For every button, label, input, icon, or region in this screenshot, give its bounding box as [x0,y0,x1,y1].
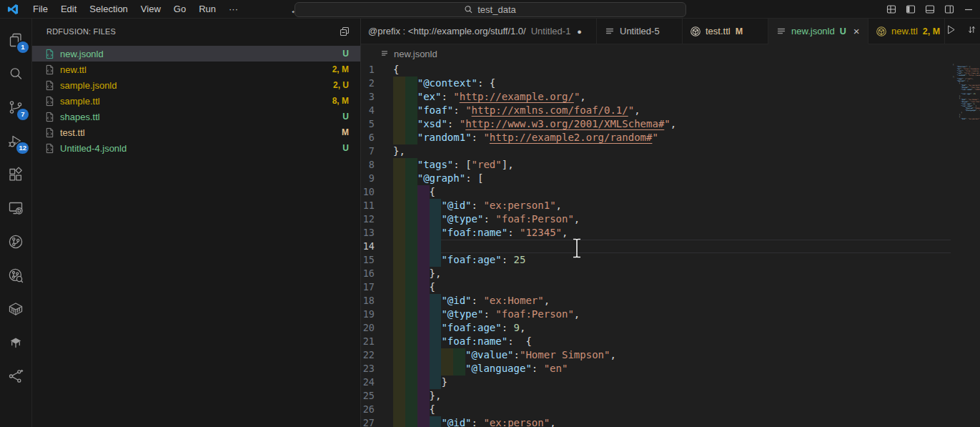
indent-guide [405,77,417,90]
code-line-12[interactable]: 12"@type": "foaf:Person", [361,212,951,226]
indent-guide [417,212,430,226]
command-center-search[interactable]: test_data [295,2,686,17]
code-token: "12345" [520,227,562,238]
code-line-17[interactable]: 17{ [361,280,951,294]
indent-guide [453,362,465,376]
code-line-2[interactable]: 2"@context": { [361,77,951,90]
compare-changes-icon[interactable] [966,24,978,39]
code-token: "@type" [441,213,483,225]
indent-guide [405,335,417,348]
activity-git-inspect-icon[interactable] [0,258,31,292]
code-line-13[interactable]: 13"foaf:name": "12345", [361,226,951,240]
line-number: 11 [361,199,393,212]
code-token: : [453,104,465,116]
file-row-test.ttl[interactable]: test.ttlM [32,124,360,140]
close-tab-icon[interactable]: × [853,25,860,37]
minimize-icon[interactable] [963,4,974,15]
code-line-4[interactable]: 4"foaf": "http://xmlns.com/foaf/0.1/", [361,104,951,117]
code-line-10[interactable]: 10{ [361,185,951,199]
code-token: "red" [472,159,502,170]
code-line-7[interactable]: 7}, [361,144,951,158]
activity-remote-explorer-icon[interactable] [0,191,31,225]
code-line-8[interactable]: 8"tags": ["red"], [361,158,951,172]
layout-grid-icon[interactable] [886,4,897,15]
file-row-shapes.ttl[interactable]: shapes.ttlU [32,109,360,124]
code-line-21[interactable]: 21"foaf:name": { [361,335,951,348]
code-token: , [562,227,568,238]
indent-guide [393,403,405,416]
code-line-5[interactable]: 5"xsd": "http://www.w3.org/2001/XMLSchem… [361,117,951,131]
code-token: "@id" [441,295,471,306]
toggle-sidebar-right-icon[interactable] [944,4,955,15]
tab-untitled-5[interactable]: Untitled-5 [597,19,683,44]
activity-search-icon[interactable] [0,57,31,90]
menu-go[interactable]: Go [167,0,192,19]
code-line-9[interactable]: 9"@graph": [ [361,172,951,185]
activity-run-debug-icon[interactable]: 12 [0,124,31,157]
line-number: 17 [361,280,393,294]
code-line-1[interactable]: 1{ [361,63,951,77]
tab-new.jsonld[interactable]: new.jsonldU× [768,19,868,44]
menu-file[interactable]: File [26,0,54,19]
menu-selection[interactable]: Selection [83,0,134,19]
menu-edit[interactable]: Edit [54,0,83,19]
code-line-6[interactable]: 6"random1": "http://example2.org/random#… [361,131,951,144]
tab-new.ttl[interactable]: new.ttl2, M [868,19,945,44]
activity-database-icon[interactable] [0,325,31,359]
code-line-24[interactable]: 24} [361,376,951,389]
indent-guide [430,362,442,376]
code-editor[interactable]: 1{2"@context": {3"ex": "http://example.o… [361,63,951,427]
code-token: "foaf:name" [441,335,508,347]
code-line-22[interactable]: 22"@value":"Homer Simpson", [361,348,951,362]
file-row-Untitled-4.jsonld[interactable]: Untitled-4.jsonldU [32,140,360,156]
code-line-19[interactable]: 19"@type": "foaf:Person", [361,308,951,321]
file-code-icon [44,80,55,91]
line-number: 5 [361,117,393,131]
code-line-27[interactable]: 27"@id": "ex:person", [361,416,951,427]
code-line-26[interactable]: 26{ [361,403,951,416]
code-line-23[interactable]: 23"@language": "en" [361,362,951,376]
code-line-20[interactable]: 20"foaf:age": 9, [361,321,951,335]
indent-guide [405,267,417,280]
tab-untitled-1[interactable]: @prefix : <http://example.org/stuff/1.0/… [361,19,597,44]
code-line-3[interactable]: 3"ex": "http://example.org/", [361,90,951,104]
code-line-11[interactable]: 11"@id": "ex:person1", [361,199,951,212]
file-row-sample.jsonld[interactable]: sample.jsonld2, U [32,77,360,93]
tab-status-badge: U [840,26,846,36]
code-line-25[interactable]: 25}, [361,389,951,403]
file-row-sample.ttl[interactable]: sample.ttl8, M [32,93,360,109]
run-icon[interactable] [945,24,957,39]
activity-rdf-share-icon[interactable] [0,359,31,393]
toggle-sidebar-left-icon[interactable] [905,4,916,15]
breadcrumb[interactable]: new.jsonld [361,44,980,63]
indent-guide [393,199,405,212]
indent-guide [417,294,430,308]
activity-extensions-icon[interactable] [0,157,31,191]
file-code-icon [44,49,55,59]
minimap[interactable]: { "@context": { "ex": "http://example.or… [951,63,980,427]
code-line-15[interactable]: 15"foaf:age": 25 [361,253,951,267]
menu-run[interactable]: Run [192,0,222,19]
file-list-icon [380,49,390,59]
indent-guide [393,335,405,348]
activity-explorer-icon[interactable]: 1 [0,23,31,57]
tab-test.ttl[interactable]: test.ttlM [683,19,768,44]
collapse-all-icon[interactable] [339,26,350,37]
toggle-panel-icon[interactable] [924,4,936,15]
code-token: "@language" [465,363,532,374]
activity-git-graph-icon[interactable] [0,225,31,258]
modified-dot-icon[interactable]: ● [577,27,582,36]
activity-containers-icon[interactable] [0,292,31,325]
code-line-18[interactable]: 18"@id": "ex:Homer", [361,294,951,308]
code-token: , [610,349,615,360]
code-token: : [508,227,520,238]
tab-label: @prefix : <http://example.org/stuff/1.0/ [368,26,526,36]
activity-source-control-icon[interactable]: 7 [0,90,31,124]
code-token: "Homer Simpson" [520,349,610,360]
menu-more[interactable]: ··· [222,0,244,19]
code-line-16[interactable]: 16}, [361,267,951,280]
code-line-14[interactable]: 14 [361,240,951,253]
menu-view[interactable]: View [134,0,167,19]
file-row-new.ttl[interactable]: new.ttl2, M [32,62,360,77]
file-row-new.jsonld[interactable]: new.jsonldU [32,46,360,62]
